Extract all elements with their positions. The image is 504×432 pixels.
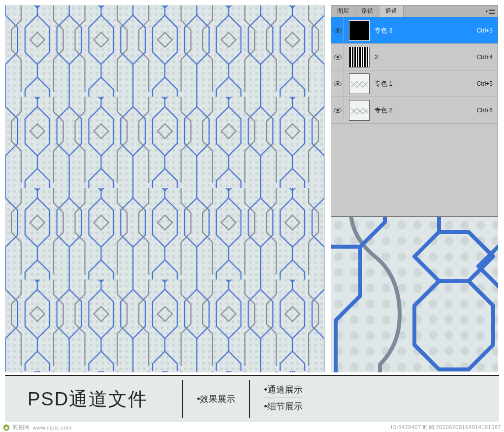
channels-panel: 图层 路径 通道: [331, 5, 498, 217]
channel-row[interactable]: 专色 3Ctrl+3: [331, 17, 498, 44]
nipic-logo-icon: [3, 424, 10, 431]
channel-label: 专色 2: [375, 106, 477, 115]
channel-rows: 专色 3Ctrl+32Ctrl+4专色 1Ctrl+5专色 2Ctrl+6: [331, 17, 498, 216]
channel-shortcut: Ctrl+4: [477, 54, 493, 61]
channel-thumbnail: [349, 100, 370, 121]
menu-triangle-icon: [486, 10, 488, 13]
channel-row[interactable]: 专色 1Ctrl+5: [331, 70, 498, 97]
eye-icon[interactable]: [331, 97, 344, 124]
channel-label: 2: [375, 53, 477, 61]
channel-row[interactable]: 专色 2Ctrl+6: [331, 97, 498, 124]
watermark-site: 昵图网: [13, 424, 30, 431]
menu-lines-icon: [489, 9, 495, 9]
svg-rect-0: [5, 5, 324, 372]
channel-row[interactable]: 2Ctrl+4: [331, 44, 498, 70]
tab-paths-label: 路径: [361, 7, 373, 15]
tab-paths[interactable]: 路径: [355, 5, 379, 17]
channel-shortcut: Ctrl+6: [477, 107, 493, 114]
tab-layers-label: 图层: [337, 7, 349, 15]
channel-thumbnail: [349, 47, 370, 67]
footer-note-2: •细节展示: [264, 400, 302, 414]
panel-menu-button[interactable]: [487, 6, 498, 17]
footer-right-notes: •通道展示 •细节展示: [250, 384, 302, 414]
panel-tab-strip: 图层 路径 通道: [331, 5, 498, 17]
tab-layers[interactable]: 图层: [331, 5, 355, 17]
tab-channels[interactable]: 通道: [379, 5, 404, 17]
eye-icon[interactable]: [331, 70, 344, 97]
footer-strip: PSD通道文件 •效果展示 •通道展示 •细节展示: [5, 375, 499, 422]
main-preview-image: [5, 5, 325, 372]
watermark-url: www.nipic.com: [33, 425, 72, 431]
eye-icon[interactable]: [331, 44, 344, 70]
channel-shortcut: Ctrl+5: [477, 80, 493, 87]
watermark-right: ID:8429407 时间:20200209164014151087: [391, 424, 501, 431]
footer-mid-note: •效果展示: [182, 380, 250, 418]
channel-label: 专色 1: [375, 79, 477, 88]
tab-channels-label: 通道: [385, 7, 397, 15]
svg-point-2: [336, 29, 339, 32]
detail-preview-image: [331, 217, 498, 372]
svg-point-6: [336, 82, 339, 85]
eye-icon[interactable]: [331, 17, 344, 44]
channel-shortcut: Ctrl+3: [477, 27, 493, 34]
svg-point-8: [336, 109, 339, 111]
footer-note-1: •通道展示: [264, 384, 302, 398]
channel-label: 专色 3: [375, 26, 477, 35]
watermark-left: 昵图网 www.nipic.com: [3, 424, 72, 431]
svg-point-4: [336, 56, 339, 58]
channel-thumbnail: [349, 73, 370, 94]
channel-thumbnail: [349, 20, 370, 41]
footer-title: PSD通道文件: [28, 387, 148, 412]
